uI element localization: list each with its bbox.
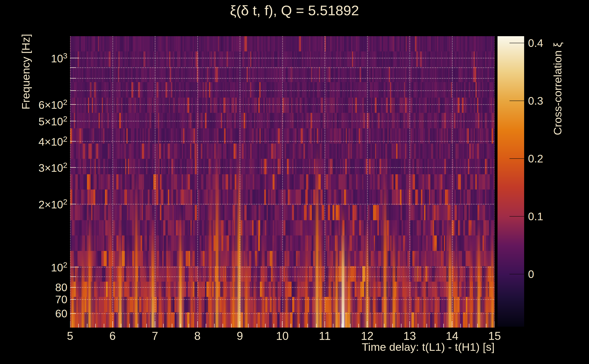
x-tick-label: 5 xyxy=(67,329,73,343)
x-tick-label: 11 xyxy=(319,329,331,343)
y-tick-label: 3×102 xyxy=(0,161,67,174)
figure: ξ(δ t, f), Q = 5.51892 Frequency [Hz] Ti… xyxy=(0,0,589,364)
spectrogram-heatmap xyxy=(70,36,495,328)
colorbar-tick-label: 0.4 xyxy=(528,37,543,49)
chart-title: ξ(δ t, f), Q = 5.51892 xyxy=(0,2,589,19)
y-tick-label: 60 xyxy=(0,307,67,320)
colorbar-tick-label: 0 xyxy=(528,268,534,280)
y-tick-label: 102 xyxy=(0,260,67,274)
x-tick-label: 10 xyxy=(276,329,289,343)
y-tick-label: 80 xyxy=(0,281,67,293)
x-tick-label: 12 xyxy=(361,329,374,343)
colorbar-tick-label: 0.2 xyxy=(528,152,543,165)
x-tick-label: 15 xyxy=(488,329,501,343)
y-tick-label: 70 xyxy=(0,293,67,306)
x-tick-label: 6 xyxy=(110,329,116,343)
y-tick-label: 5×102 xyxy=(0,114,67,128)
x-tick-label: 9 xyxy=(237,329,243,343)
x-tick-label: 14 xyxy=(446,329,458,343)
colorbar-gradient xyxy=(497,36,524,327)
x-tick-label: 7 xyxy=(152,329,158,343)
y-tick-label: 2×102 xyxy=(0,197,67,211)
y-tick-label: 4×102 xyxy=(0,134,67,148)
colorbar-title: Cross-correlation ξ xyxy=(551,20,564,157)
y-tick-label: 103 xyxy=(0,52,67,65)
x-tick-label: 13 xyxy=(403,329,416,343)
colorbar-tick-label: 0.1 xyxy=(528,210,543,223)
y-tick-label: 6×102 xyxy=(0,98,67,111)
colorbar-tick-label: 0.3 xyxy=(528,95,543,107)
x-tick-label: 8 xyxy=(194,329,201,343)
